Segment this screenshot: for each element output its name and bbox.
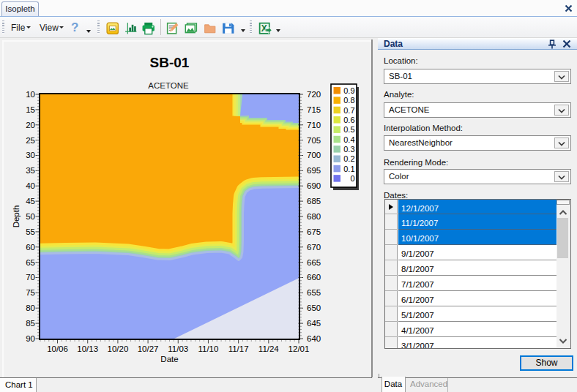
svg-text:655: 655 xyxy=(307,288,321,297)
svg-text:695: 695 xyxy=(307,166,321,175)
svg-text:0.3: 0.3 xyxy=(343,145,354,154)
svg-text:90: 90 xyxy=(26,334,35,343)
svg-text:SB-01: SB-01 xyxy=(150,55,190,70)
svg-text:0.1: 0.1 xyxy=(343,165,354,173)
svg-text:20: 20 xyxy=(26,121,35,129)
svg-text:Depth: Depth xyxy=(12,206,21,228)
svg-text:720: 720 xyxy=(307,90,321,99)
svg-text:10/13: 10/13 xyxy=(77,344,98,353)
svg-text:70: 70 xyxy=(26,273,35,282)
svg-text:0: 0 xyxy=(350,174,354,183)
svg-text:11/10: 11/10 xyxy=(198,344,218,353)
svg-text:11/24: 11/24 xyxy=(258,344,280,353)
svg-text:Date: Date xyxy=(160,355,178,363)
svg-text:30: 30 xyxy=(26,151,35,159)
svg-text:670: 670 xyxy=(307,243,321,252)
svg-text:645: 645 xyxy=(307,319,321,328)
svg-text:85: 85 xyxy=(26,319,35,328)
svg-text:11/03: 11/03 xyxy=(168,344,188,353)
svg-text:660: 660 xyxy=(307,273,321,282)
svg-text:680: 680 xyxy=(307,212,321,221)
svg-text:705: 705 xyxy=(307,136,321,145)
svg-text:715: 715 xyxy=(307,105,321,114)
svg-text:690: 690 xyxy=(307,181,321,190)
svg-text:0.6: 0.6 xyxy=(343,116,354,124)
svg-text:55: 55 xyxy=(26,227,35,236)
svg-text:0.5: 0.5 xyxy=(343,125,354,134)
svg-text:60: 60 xyxy=(26,243,35,252)
svg-text:40: 40 xyxy=(26,181,35,190)
svg-text:75: 75 xyxy=(26,288,35,297)
svg-text:80: 80 xyxy=(26,304,35,312)
svg-text:685: 685 xyxy=(307,197,321,206)
svg-text:0.9: 0.9 xyxy=(343,86,354,95)
svg-text:650: 650 xyxy=(307,304,321,312)
svg-text:10/20: 10/20 xyxy=(108,344,129,353)
svg-text:700: 700 xyxy=(307,151,321,159)
svg-text:0.2: 0.2 xyxy=(343,154,354,163)
svg-text:25: 25 xyxy=(26,136,35,145)
svg-text:11/17: 11/17 xyxy=(228,344,249,353)
svg-text:640: 640 xyxy=(307,334,321,343)
svg-text:45: 45 xyxy=(26,197,35,206)
svg-text:65: 65 xyxy=(26,258,35,267)
svg-text:10/27: 10/27 xyxy=(138,344,159,353)
svg-text:12/01: 12/01 xyxy=(288,344,310,353)
svg-text:10/06: 10/06 xyxy=(47,344,68,353)
svg-text:665: 665 xyxy=(307,258,321,267)
svg-text:ACETONE: ACETONE xyxy=(148,81,189,90)
svg-text:35: 35 xyxy=(26,166,35,175)
svg-text:0.7: 0.7 xyxy=(343,106,354,115)
svg-text:15: 15 xyxy=(26,105,35,114)
svg-text:0.8: 0.8 xyxy=(343,96,354,105)
svg-text:675: 675 xyxy=(307,227,321,236)
svg-text:50: 50 xyxy=(26,212,35,221)
svg-text:10: 10 xyxy=(26,90,35,99)
svg-text:0.4: 0.4 xyxy=(343,135,354,144)
svg-text:710: 710 xyxy=(307,121,321,129)
